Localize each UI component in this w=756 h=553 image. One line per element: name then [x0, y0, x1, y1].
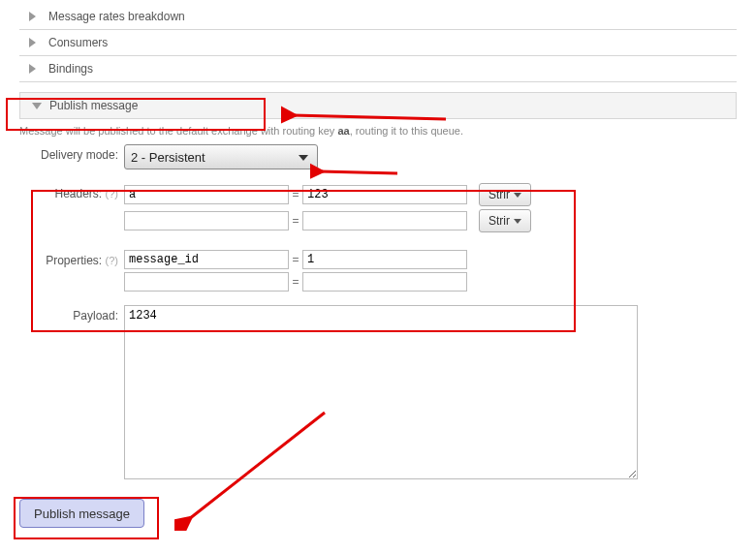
row-delivery-mode: Delivery mode: 1 - Non-persistent 2 - Pe…	[19, 144, 737, 169]
publish-message-button[interactable]: Publish message	[19, 499, 144, 528]
header-row: = Strir	[124, 183, 531, 206]
property-row: =	[124, 250, 467, 269]
header-value-input[interactable]	[302, 211, 467, 230]
equals-sign: =	[291, 275, 300, 289]
help-icon[interactable]: (?)	[106, 188, 118, 200]
section-title: Consumers	[48, 36, 108, 49]
label-properties: Properties: (?)	[19, 250, 124, 267]
chevron-right-icon	[29, 64, 36, 74]
row-headers: Headers: (?) = Strir = Strir	[19, 183, 737, 232]
header-key-input[interactable]	[124, 185, 289, 204]
section-publish-message[interactable]: Publish message	[19, 92, 737, 119]
property-value-input[interactable]	[302, 272, 467, 292]
header-key-input[interactable]	[124, 211, 289, 230]
section-bindings[interactable]: Bindings	[19, 56, 737, 82]
chevron-right-icon	[29, 38, 36, 47]
payload-textarea[interactable]	[124, 305, 638, 479]
section-title: Publish message	[49, 99, 138, 112]
header-type-select[interactable]: Strir	[479, 183, 531, 206]
property-value-input[interactable]	[302, 250, 467, 269]
publish-hint: Message will be published to the default…	[19, 125, 737, 137]
publish-form: Delivery mode: 1 - Non-persistent 2 - Pe…	[19, 144, 737, 479]
property-key-input[interactable]	[124, 272, 289, 292]
label-delivery-mode: Delivery mode:	[19, 144, 124, 162]
equals-sign: =	[291, 188, 300, 201]
header-value-input[interactable]	[302, 185, 467, 204]
equals-sign: =	[291, 253, 300, 266]
header-row: = Strir	[124, 209, 531, 232]
delivery-mode-select[interactable]: 1 - Non-persistent 2 - Persistent	[124, 144, 318, 169]
section-consumers[interactable]: Consumers	[19, 30, 737, 56]
section-title: Message rates breakdown	[48, 10, 185, 23]
section-title: Bindings	[48, 62, 93, 76]
property-row: =	[124, 272, 467, 292]
label-headers: Headers: (?)	[19, 183, 124, 200]
header-type-select[interactable]: Strir	[479, 209, 531, 232]
row-payload: Payload:	[19, 305, 737, 479]
property-key-input[interactable]	[124, 250, 289, 269]
chevron-right-icon	[29, 12, 36, 21]
chevron-down-icon	[32, 103, 42, 109]
section-message-rates[interactable]: Message rates breakdown	[19, 4, 737, 30]
routing-key: aa	[337, 125, 349, 137]
help-icon[interactable]: (?)	[106, 255, 118, 266]
equals-sign: =	[291, 214, 300, 228]
label-payload: Payload:	[19, 305, 124, 323]
row-properties: Properties: (?) = =	[19, 250, 737, 292]
